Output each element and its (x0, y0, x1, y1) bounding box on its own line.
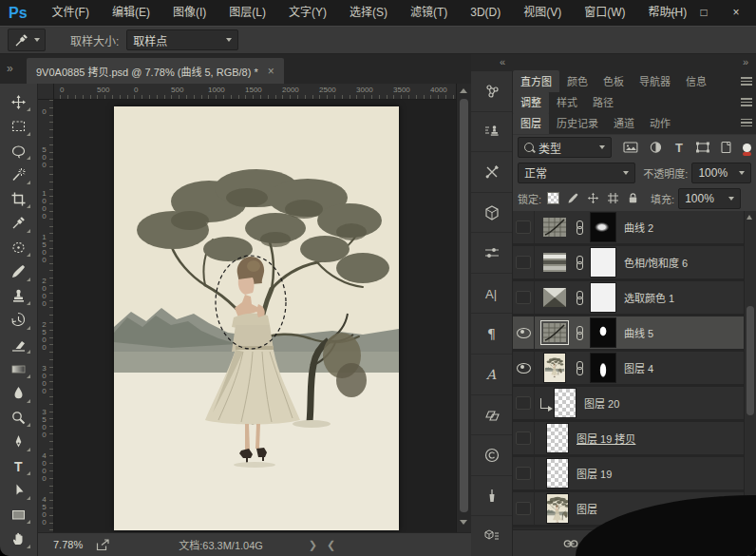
canvas-vertical-scrollbar[interactable] (456, 84, 471, 532)
tab-swatches[interactable]: 色板 (595, 70, 632, 92)
clone-source-panel-button[interactable] (471, 112, 512, 153)
document-tab[interactable]: 9V0A0885 拷贝.psd @ 7.78% (曲线 5, RGB/8) * … (27, 58, 284, 84)
gradient-tool[interactable] (6, 357, 32, 380)
mask-link-icon[interactable] (576, 220, 584, 235)
tab-channels[interactable]: 通道 (606, 112, 642, 134)
layer-name[interactable]: 图层 4 (624, 360, 653, 375)
expand-panels-icon[interactable]: » (743, 56, 748, 67)
filter-shape-layers-icon[interactable] (695, 141, 710, 154)
filter-smart-objects-icon[interactable] (720, 141, 732, 154)
layer-row[interactable]: 选取颜色 1 (513, 281, 756, 316)
horizontal-ruler[interactable]: 0 500 0 500 1000 1500 2000 2500 3000 350… (38, 84, 471, 100)
clone-stamp-tool[interactable] (6, 284, 32, 307)
brush-tool[interactable] (6, 260, 32, 283)
mask-link-icon[interactable] (576, 256, 584, 270)
marquee-tool[interactable] (6, 115, 32, 138)
tab-actions[interactable]: 动作 (642, 112, 678, 134)
blur-tool[interactable] (6, 382, 32, 405)
export-icon[interactable] (96, 539, 110, 551)
menu-image[interactable]: 图像(I) (161, 0, 217, 26)
layer-mask-thumbnail[interactable] (590, 282, 616, 313)
lock-all-icon[interactable] (627, 192, 639, 204)
visibility-cell[interactable] (513, 492, 535, 525)
blend-mode-dropdown[interactable]: 正常 (518, 163, 635, 183)
layer-name[interactable]: 曲线 5 (624, 325, 653, 340)
layer-row[interactable]: 图层 19 (513, 457, 756, 492)
menu-select[interactable]: 选择(S) (338, 0, 399, 26)
color-themes-panel-button[interactable] (471, 71, 512, 112)
tab-color[interactable]: 颜色 (559, 70, 595, 92)
scroll-up-icon[interactable] (747, 215, 752, 220)
tab-adjustments[interactable]: 调整 (513, 91, 549, 113)
layer-row[interactable]: 图层 4 (513, 352, 756, 387)
crop-tool[interactable] (6, 187, 32, 210)
layer-name[interactable]: 图层 19 拷贝 (576, 431, 635, 446)
canvas-area[interactable] (54, 100, 456, 532)
menu-3d[interactable]: 3D(D) (459, 0, 512, 26)
path-select-tool[interactable] (6, 479, 32, 502)
visibility-cell[interactable] (513, 387, 535, 419)
menu-filter[interactable]: 滤镜(T) (399, 0, 459, 26)
scroll-down-icon[interactable] (460, 520, 467, 525)
pen-tool[interactable] (6, 431, 32, 453)
panel-menu-icon[interactable] (741, 77, 752, 86)
mask-link-icon[interactable] (576, 291, 584, 305)
collapse-panels-icon[interactable]: « (500, 56, 505, 67)
layer-row-selected[interactable]: 曲线 5 (513, 316, 756, 352)
sample-size-dropdown[interactable]: 取样点 (126, 29, 238, 50)
layer-name[interactable]: 图层 (576, 501, 597, 516)
scroll-up-icon[interactable] (460, 88, 467, 93)
scrollbar-thumb[interactable] (747, 306, 754, 415)
cc-libraries-panel-button[interactable] (471, 435, 512, 476)
type-tool[interactable]: T (6, 454, 32, 477)
3d-panel-button[interactable] (471, 193, 512, 234)
lock-position-icon[interactable] (587, 192, 599, 204)
visibility-cell[interactable] (513, 281, 535, 314)
visibility-cell[interactable] (513, 211, 535, 243)
layer-thumbnail[interactable] (554, 388, 576, 418)
layer-comps-panel-button[interactable] (471, 395, 512, 436)
layer-name[interactable]: 选取颜色 1 (624, 290, 674, 305)
layer-filter-dropdown[interactable]: 类型 (518, 137, 612, 158)
lock-transparency-icon[interactable] (547, 192, 559, 204)
tab-navigator[interactable]: 导航器 (632, 70, 678, 92)
menu-layer[interactable]: 图层(L) (217, 0, 277, 26)
scrollbar-thumb[interactable] (460, 99, 468, 512)
menu-type[interactable]: 文字(Y) (277, 0, 338, 26)
glyphs-panel-button[interactable]: A (471, 355, 512, 395)
fill-dropdown[interactable]: 100% (678, 188, 741, 209)
move-tool[interactable] (6, 90, 32, 113)
tab-paths[interactable]: 路径 (585, 91, 621, 113)
zoom-level-field[interactable]: 7.78% (53, 539, 83, 550)
layer-name[interactable]: 色相/饱和度 6 (624, 255, 688, 270)
visibility-cell[interactable] (513, 352, 535, 384)
character-panel-button[interactable]: A| (471, 274, 512, 315)
lock-artboard-icon[interactable] (607, 192, 619, 204)
current-tool-button[interactable] (8, 29, 46, 51)
brushes-panel-button[interactable] (471, 476, 512, 517)
vertical-ruler[interactable]: 0 500 1000 1500 2000 2500 3000 3500 4000… (38, 100, 54, 532)
layer-thumbnail[interactable] (546, 423, 569, 453)
filter-adjustment-layers-icon[interactable] (649, 141, 663, 154)
panel-menu-icon[interactable] (741, 98, 752, 106)
tab-styles[interactable]: 样式 (549, 91, 585, 113)
filter-type-layers-icon[interactable]: T (673, 141, 686, 154)
eye-icon[interactable] (517, 363, 531, 374)
panel-menu-icon[interactable] (741, 119, 752, 127)
menu-file[interactable]: 文件(F) (41, 0, 101, 26)
layers-scrollbar[interactable] (744, 211, 756, 529)
tab-layers[interactable]: 图层 (513, 112, 549, 134)
eye-icon[interactable] (517, 328, 531, 338)
expand-panels-icon[interactable]: » (7, 62, 13, 75)
layer-row[interactable]: 图层 20 (513, 387, 756, 422)
tab-close-icon[interactable]: × (268, 65, 274, 78)
menu-edit[interactable]: 编辑(E) (101, 0, 161, 26)
tab-history[interactable]: 历史记录 (549, 112, 606, 134)
tab-info[interactable]: 信息 (678, 70, 714, 92)
shape-tool[interactable] (6, 503, 32, 526)
hand-tool[interactable] (6, 527, 32, 550)
layer-name[interactable]: 图层 20 (584, 395, 619, 411)
layer-name[interactable]: 曲线 2 (624, 220, 653, 235)
menu-window[interactable]: 窗口(W) (573, 0, 636, 26)
status-prev-icon[interactable]: ❮ (327, 539, 335, 551)
